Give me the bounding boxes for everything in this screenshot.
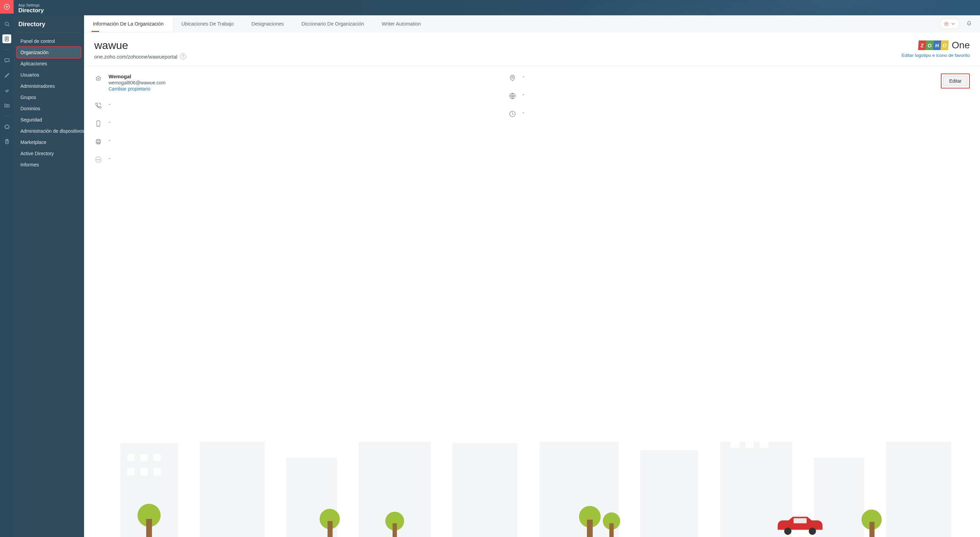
sidebar-item-seguridad[interactable]: Seguridad xyxy=(17,114,81,125)
rail-clipboard[interactable] xyxy=(2,137,11,146)
location-icon xyxy=(508,74,517,82)
svg-point-59 xyxy=(809,527,816,535)
svg-rect-32 xyxy=(140,468,148,475)
edit-button-highlight: Editar xyxy=(941,73,970,88)
organization-url: one.zoho.com/zohoone/wawueportal xyxy=(94,54,177,59)
svg-point-1 xyxy=(5,22,8,25)
svg-point-50 xyxy=(579,506,601,528)
svg-rect-28 xyxy=(127,454,134,461)
tab-designaciones[interactable]: Designaciones xyxy=(243,15,293,32)
chat-icon xyxy=(4,57,10,63)
svg-rect-51 xyxy=(587,519,593,537)
sidebar-item-dominios[interactable]: Dominios xyxy=(17,103,81,114)
tab-ubicaciones-trabajo[interactable]: Ubicaciones De Trabajo xyxy=(172,15,243,32)
svg-rect-24 xyxy=(640,450,698,537)
svg-point-56 xyxy=(385,512,404,531)
rail-chat[interactable] xyxy=(2,56,11,65)
svg-rect-29 xyxy=(140,454,148,461)
whats-new-button[interactable] xyxy=(940,19,959,29)
svg-rect-57 xyxy=(393,523,397,537)
svg-rect-18 xyxy=(120,443,178,537)
rail-check[interactable] xyxy=(2,86,11,95)
sidebar-heading: Directory xyxy=(17,20,81,32)
svg-rect-55 xyxy=(869,522,875,537)
chevron-down-icon xyxy=(950,21,956,27)
svg-text:Aa: Aa xyxy=(511,95,514,97)
folder-chart-icon xyxy=(4,102,10,108)
tab-informacion-organizacion[interactable]: Información De La Organización xyxy=(84,15,172,32)
svg-rect-33 xyxy=(153,468,161,475)
sidebar-item-administradores[interactable]: Administradores xyxy=(17,81,81,92)
svg-rect-20 xyxy=(286,457,337,537)
rail-divider xyxy=(4,116,10,116)
svg-point-48 xyxy=(320,509,340,529)
sidebar-item-informes[interactable]: Informes xyxy=(17,159,81,170)
svg-rect-47 xyxy=(146,519,152,537)
website-icon: www xyxy=(94,156,102,164)
owner-name: Wemogal xyxy=(108,73,166,79)
svg-rect-43 xyxy=(730,442,739,448)
rail-search[interactable] xyxy=(2,19,11,28)
address-row: - xyxy=(508,73,912,82)
sidebar-item-admin-dispositivos[interactable]: Administración de dispositivos xyxy=(17,126,81,137)
tab-writer-automation[interactable]: Writer Automation xyxy=(373,15,430,32)
app-title: Directory xyxy=(18,8,44,14)
fax-icon xyxy=(94,137,102,146)
timezone-row: - xyxy=(508,110,912,118)
svg-point-46 xyxy=(137,504,161,527)
change-owner-link[interactable]: Cambiar propietario xyxy=(108,86,166,92)
rail-puzzle[interactable] xyxy=(2,122,11,131)
organization-name: wawue xyxy=(94,40,186,51)
language-value: - xyxy=(523,92,524,97)
svg-point-54 xyxy=(862,510,882,529)
edit-logo-link[interactable]: Editar logotipo e icono de favorito xyxy=(902,53,970,58)
fax-value: - xyxy=(108,137,110,143)
rail-folder[interactable] xyxy=(2,101,11,110)
logo-suffix: One xyxy=(952,40,970,51)
owner-icon xyxy=(94,74,102,82)
app-settings-label: App Settings xyxy=(18,3,44,7)
sidebar-item-active-directory[interactable]: Active Directory xyxy=(17,148,81,159)
tab-diccionario-organizacion[interactable]: Diccionario De Organización xyxy=(293,15,373,32)
svg-rect-53 xyxy=(609,523,614,537)
sidebar-item-organizacion[interactable]: Organización xyxy=(17,47,81,58)
edit-button[interactable]: Editar xyxy=(943,76,967,86)
svg-point-3 xyxy=(6,37,8,39)
svg-rect-49 xyxy=(328,521,333,537)
timezone-value: - xyxy=(523,110,524,115)
bell-icon xyxy=(966,20,972,27)
svg-rect-44 xyxy=(745,442,754,448)
rail-divider xyxy=(4,49,10,50)
svg-rect-21 xyxy=(359,442,431,537)
svg-text:www: www xyxy=(96,159,100,161)
svg-point-8 xyxy=(98,78,99,79)
directory-icon xyxy=(4,36,10,42)
address-value: - xyxy=(523,73,524,79)
sidebar-item-marketplace[interactable]: Marketplace xyxy=(17,137,81,148)
svg-point-58 xyxy=(784,527,791,535)
sidebar-item-usuarios[interactable]: Usuarios xyxy=(17,69,81,80)
owner-email: wemogal806@wawue.com xyxy=(108,80,166,85)
phone-value: - xyxy=(108,101,110,107)
sidebar-item-aplicaciones[interactable]: Aplicaciones xyxy=(17,58,81,69)
sidebar-item-panel-de-control[interactable]: Panel de control xyxy=(17,36,81,47)
sidebar-item-grupos[interactable]: Grupos xyxy=(17,92,81,103)
icon-rail xyxy=(0,15,14,537)
url-help-button[interactable]: ? xyxy=(180,53,186,59)
close-button[interactable] xyxy=(0,0,14,14)
notifications-button[interactable] xyxy=(966,20,972,28)
rail-directory[interactable] xyxy=(2,34,11,43)
rail-brush[interactable] xyxy=(2,71,11,80)
zoho-logo-icon: ZOHO xyxy=(918,40,949,50)
phone-row: - xyxy=(94,101,498,110)
megaphone-icon xyxy=(943,21,949,27)
svg-rect-45 xyxy=(759,442,768,448)
svg-rect-25 xyxy=(720,442,792,537)
svg-rect-22 xyxy=(453,443,517,537)
phone-icon xyxy=(94,101,102,110)
puzzle-icon xyxy=(4,124,10,130)
close-icon xyxy=(4,4,10,10)
website-value: - xyxy=(108,155,110,161)
search-icon xyxy=(4,21,10,27)
tab-bar: Información De La Organización Ubicacion… xyxy=(84,15,980,32)
